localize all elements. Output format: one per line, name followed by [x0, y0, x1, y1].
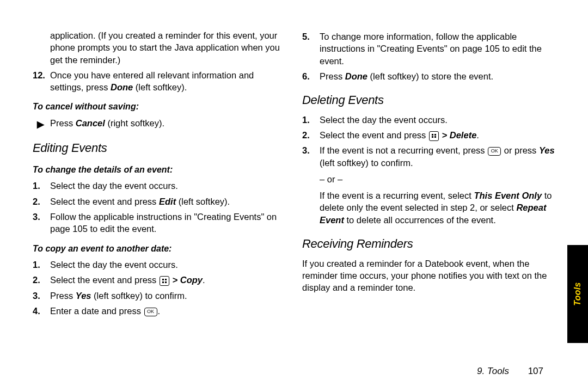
receiving-reminders-heading: Receiving Reminders: [302, 236, 555, 252]
ok-key-icon: OK: [144, 308, 157, 316]
this-event-only-label: This Event Only: [474, 191, 542, 200]
step-number: 2.: [33, 195, 50, 207]
deleting-events-heading: Deleting Events: [302, 92, 555, 108]
step-body: Once you have entered all relevant infor…: [50, 69, 286, 94]
two-column-layout: application. (If you created a reminder …: [33, 27, 555, 320]
step-body: Enter a date and press OK.: [50, 305, 286, 317]
manual-page: application. (If you created a reminder …: [0, 0, 588, 392]
step-number: 1.: [33, 259, 50, 271]
section-tab-label: Tools: [573, 282, 583, 306]
section-tab: Tools: [567, 245, 588, 343]
right-column: 5. To change more information, follow th…: [302, 27, 555, 320]
bullet-icon: ▶: [37, 117, 50, 130]
step-body: To change more information, follow the a…: [320, 30, 555, 67]
step-12: 12. Once you have entered all relevant i…: [33, 69, 286, 94]
step-number: 6.: [302, 70, 320, 82]
list-item: 1. Select the day the event occurs.: [302, 114, 555, 126]
or-separator: – or –: [320, 173, 555, 185]
list-item: 2. Select the event and press > Copy.: [33, 274, 286, 286]
step-number: 3.: [33, 290, 50, 302]
list-item: 6. Press Done (left softkey) to store th…: [302, 70, 555, 82]
step-number: 1.: [33, 180, 50, 192]
change-details-subheading: To change the details of an event:: [33, 164, 286, 176]
step-body: Select the day the event occurs.: [50, 259, 286, 271]
step-number: 3.: [33, 211, 50, 235]
step-body: Press Done (left softkey) to store the e…: [320, 70, 555, 82]
left-column: application. (If you created a reminder …: [33, 27, 286, 320]
yes-label: Yes: [76, 291, 91, 301]
list-item: 3. Press Yes (left softkey) to confirm.: [33, 290, 286, 302]
cancel-text: Press Cancel (right softkey).: [50, 117, 164, 129]
recurring-note: If the event is a recurring event, selec…: [320, 189, 555, 226]
ok-key-icon: OK: [488, 147, 501, 156]
step-number: 2.: [33, 274, 50, 286]
step-body: Follow the applicable instructions in "C…: [50, 211, 286, 235]
step-body: Press Yes (left softkey) to confirm.: [50, 290, 286, 302]
step-body: If the event is not a recurring event, p…: [320, 144, 555, 169]
list-item: 4. Enter a date and press OK.: [33, 305, 286, 317]
cancel-subheading: To cancel without saving:: [33, 101, 286, 113]
edit-label: Edit: [159, 197, 176, 206]
delete-steps: 1. Select the day the event occurs. 2. S…: [302, 114, 555, 169]
copy-event-subheading: To copy an event to another date:: [33, 243, 286, 255]
step-body: Select the event and press Edit (left so…: [50, 195, 286, 207]
continued-paragraph: application. (If you created a reminder …: [50, 29, 286, 66]
cancel-label: Cancel: [76, 118, 105, 128]
editing-events-heading: Editing Events: [33, 140, 286, 156]
step-list: 12. Once you have entered all relevant i…: [33, 69, 286, 94]
step-number: 3.: [302, 144, 320, 169]
continued-steps: 5. To change more information, follow th…: [302, 30, 555, 82]
done-label: Done: [345, 71, 367, 81]
menu-key-icon: [429, 131, 439, 141]
step-number: 4.: [33, 305, 50, 317]
step-number: 1.: [302, 114, 320, 126]
step-body: Select the day the event occurs.: [50, 180, 286, 192]
step-body: Select the event and press > Copy.: [50, 274, 286, 286]
edit-steps: 1. Select the day the event occurs. 2. S…: [33, 180, 286, 235]
page-footer: 9. Tools 107: [477, 366, 543, 377]
step-number: 5.: [302, 30, 320, 67]
yes-label: Yes: [539, 145, 555, 155]
done-label: Done: [111, 82, 133, 92]
copy-steps: 1. Select the day the event occurs. 2. S…: [33, 259, 286, 317]
reminder-note: application. (If you created a reminder …: [50, 29, 286, 66]
cancel-instruction: ▶ Press Cancel (right softkey).: [37, 117, 286, 130]
menu-key-icon: [160, 276, 169, 286]
delete-label: Delete: [450, 130, 477, 140]
receiving-reminders-body: If you created a reminder for a Datebook…: [302, 258, 555, 294]
step-number: 2.: [302, 129, 320, 141]
step-body: Select the event and press > Delete.: [320, 129, 555, 141]
step-number: 12.: [33, 69, 50, 94]
list-item: 3. Follow the applicable instructions in…: [33, 211, 286, 235]
page-number: 107: [528, 366, 543, 376]
step-body: Select the day the event occurs.: [320, 114, 555, 126]
list-item: 1. Select the day the event occurs.: [33, 259, 286, 271]
list-item: 3. If the event is not a recurring event…: [302, 144, 555, 169]
list-item: 2. Select the event and press Edit (left…: [33, 195, 286, 207]
copy-label: Copy: [180, 275, 203, 285]
list-item: 1. Select the day the event occurs.: [33, 180, 286, 192]
list-item: 2. Select the event and press > Delete.: [302, 129, 555, 141]
chapter-label: 9. Tools: [477, 366, 509, 376]
list-item: 5. To change more information, follow th…: [302, 30, 555, 67]
